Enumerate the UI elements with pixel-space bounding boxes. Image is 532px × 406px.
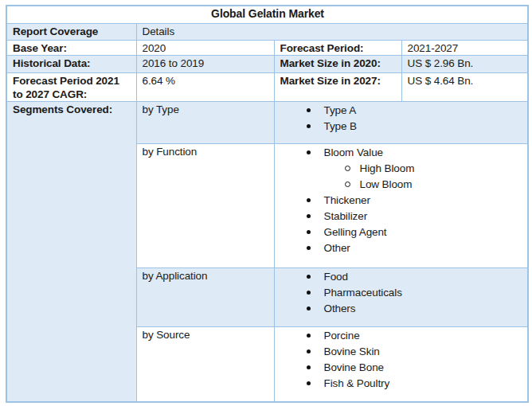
fact-value: US $ 2.96 Bn. bbox=[401, 55, 528, 72]
list-item: Other bbox=[280, 240, 523, 256]
list-item: Bovine Skin bbox=[280, 344, 523, 360]
bullet-icon bbox=[307, 124, 311, 128]
coverage-label: Report Coverage bbox=[6, 23, 136, 40]
list-item-label: Thickener bbox=[324, 193, 370, 209]
list-item: Fish & Poultry bbox=[280, 376, 523, 392]
segment-category: by Function bbox=[136, 143, 274, 267]
bullet-icon bbox=[307, 275, 311, 279]
bullet-icon bbox=[307, 334, 311, 338]
bullet-icon bbox=[307, 214, 311, 218]
list-item: Type A bbox=[280, 103, 523, 119]
bullet-icon bbox=[307, 198, 311, 202]
fact-value: 2021-2027 bbox=[401, 40, 528, 55]
segments-label: Segments Covered: bbox=[6, 101, 136, 402]
segment-items: Food Pharmaceuticals Others bbox=[274, 267, 528, 326]
list-item: Porcine bbox=[280, 328, 523, 344]
segment-category: by Source bbox=[136, 326, 274, 402]
fact-label: Forecast Period: bbox=[274, 40, 401, 55]
fact-value: US $ 4.64 Bn. bbox=[401, 72, 528, 101]
coverage-value: Details bbox=[136, 23, 528, 40]
list-item: Food bbox=[280, 269, 523, 285]
list-item: Low Bloom bbox=[280, 177, 523, 193]
bullet-icon bbox=[307, 365, 311, 369]
list-item: Pharmaceuticals bbox=[280, 285, 523, 301]
bullet-icon bbox=[307, 381, 311, 385]
bullet-icon bbox=[307, 306, 311, 310]
fact-value: 6.64 % bbox=[136, 72, 274, 101]
segment-category: by Type bbox=[136, 101, 274, 143]
list-item-label: Bovine Skin bbox=[324, 344, 380, 360]
list-item: Stabilizer bbox=[280, 209, 523, 224]
fact-label: Market Size in 2027: bbox=[274, 72, 401, 101]
circle-bullet-icon bbox=[345, 182, 350, 187]
list-item: Type B bbox=[280, 119, 523, 135]
bullet-icon bbox=[307, 349, 311, 353]
segment-items: Porcine Bovine Skin Bovine Bone Fish & P… bbox=[274, 326, 528, 402]
fact-label: Forecast Period 2021 to 2027 CAGR: bbox=[6, 72, 136, 101]
fact-label: Historical Data: bbox=[6, 55, 136, 72]
list-item-label: Stabilizer bbox=[324, 209, 368, 224]
list-item-label: Others bbox=[324, 301, 356, 317]
list-item-label: Type B bbox=[324, 119, 357, 135]
list-item: Bovine Bone bbox=[280, 360, 523, 376]
fact-label: Base Year: bbox=[6, 40, 136, 55]
list-item-label: Food bbox=[324, 269, 348, 285]
list-item-label: Bovine Bone bbox=[324, 360, 384, 376]
list-item-label: Pharmaceuticals bbox=[324, 285, 402, 301]
list-item: Thickener bbox=[280, 193, 523, 209]
list-item: Bloom Value bbox=[280, 145, 523, 161]
segment-items: Bloom Value High Bloom Low Bloom Thicken… bbox=[274, 143, 528, 267]
bullet-icon bbox=[307, 291, 311, 295]
list-item-label: Fish & Poultry bbox=[324, 376, 390, 392]
list-item: High Bloom bbox=[280, 161, 523, 177]
list-item: Others bbox=[280, 301, 523, 317]
bullet-icon bbox=[307, 150, 311, 154]
page-title: Global Gelatin Market bbox=[6, 6, 528, 23]
list-item-label: Gelling Agent bbox=[324, 224, 387, 240]
list-item-label: Porcine bbox=[324, 328, 360, 344]
list-item-label: Other bbox=[324, 240, 350, 256]
segment-items: Type A Type B bbox=[274, 101, 528, 143]
fact-value: 2016 to 2019 bbox=[136, 55, 274, 72]
segment-category: by Application bbox=[136, 267, 274, 326]
report-coverage-table: Global Gelatin Market Report Coverage De… bbox=[6, 5, 529, 403]
list-item-label: Low Bloom bbox=[360, 177, 413, 193]
list-item-label: Type A bbox=[324, 103, 357, 119]
bullet-icon bbox=[307, 230, 311, 234]
fact-value: 2020 bbox=[136, 40, 274, 55]
list-item-label: Bloom Value bbox=[324, 145, 383, 161]
bullet-icon bbox=[307, 108, 311, 112]
list-item: Gelling Agent bbox=[280, 224, 523, 240]
fact-label: Market Size in 2020: bbox=[274, 55, 401, 72]
list-item-label: High Bloom bbox=[360, 161, 415, 177]
bullet-icon bbox=[307, 246, 311, 250]
circle-bullet-icon bbox=[345, 166, 350, 171]
